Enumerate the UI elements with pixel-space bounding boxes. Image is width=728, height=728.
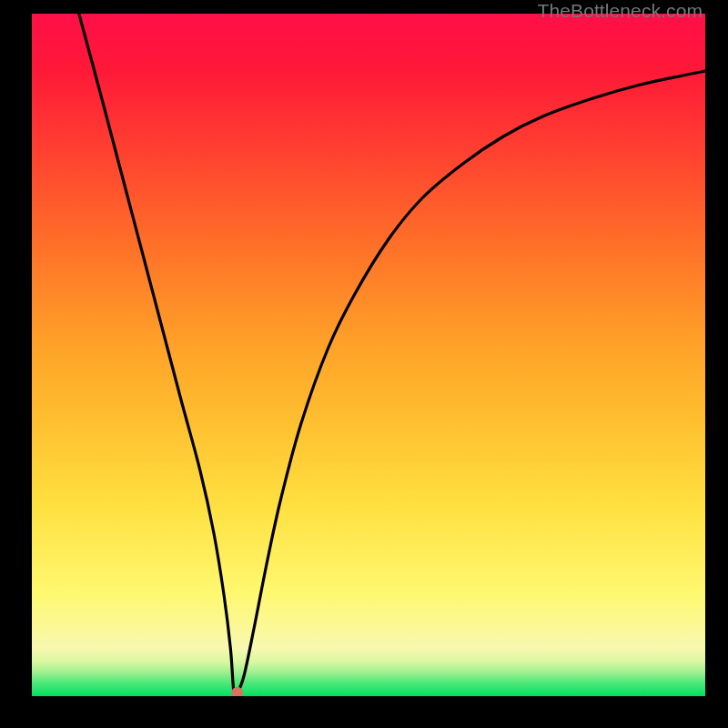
- bottleneck-curve: [79, 14, 705, 696]
- watermark-text: TheBottleneck.com: [538, 0, 703, 22]
- plot-area: [32, 14, 705, 696]
- curve-layer: [32, 14, 705, 696]
- chart-frame: TheBottleneck.com: [0, 0, 728, 728]
